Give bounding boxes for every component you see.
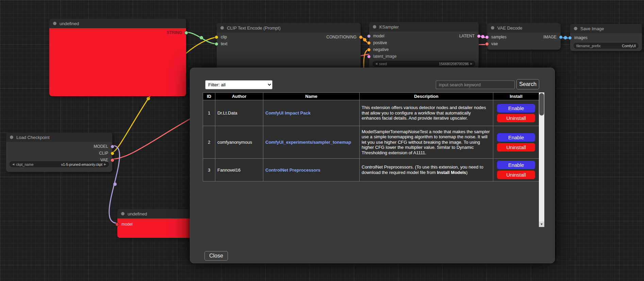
input-slot-samples[interactable] xyxy=(485,35,489,39)
output-slot-vae[interactable] xyxy=(111,158,114,162)
input-label-clip: clip xyxy=(221,35,227,39)
filter-select[interactable]: Filter: all xyxy=(205,80,273,89)
uninstall-button[interactable]: Uninstall xyxy=(497,143,535,152)
enable-button[interactable]: Enable xyxy=(497,104,535,112)
scrollbar-down-arrow-icon[interactable]: ▼ xyxy=(539,222,544,227)
wire-model-dot xyxy=(113,182,117,186)
scrollbar-thumb[interactable] xyxy=(539,93,544,116)
output-label-clip: CLIP xyxy=(99,151,108,156)
ckpt-widget-value: v1-5-pruned-emaonly.ckpt xyxy=(61,162,102,166)
collapse-dot-icon[interactable] xyxy=(373,25,376,29)
uninstall-button[interactable]: Uninstall xyxy=(497,171,535,179)
comfyui-canvas[interactable]: undefined STRING CLIP Text Encode (Promp… xyxy=(0,0,644,281)
node-header[interactable]: KSampler xyxy=(369,22,479,32)
manager-dialog: Filter: all Search ID Author Name Descri… xyxy=(190,68,555,263)
input-slot-model[interactable] xyxy=(115,223,119,226)
uninstall-button[interactable]: Uninstall xyxy=(497,114,535,122)
node-title: undefined xyxy=(60,21,79,26)
ckpt-widget-label: ckpt_name xyxy=(16,162,33,166)
output-label-model: MODEL xyxy=(94,144,108,149)
row-author: comfyanonymous xyxy=(215,126,263,159)
node-body-error: STRING xyxy=(49,28,186,96)
node-title: KSampler xyxy=(379,24,399,30)
wire-clip-dot xyxy=(147,97,150,100)
node-title: Load Checkpoint xyxy=(16,135,50,140)
input-slot-images[interactable] xyxy=(568,36,572,40)
output-slot-model[interactable] xyxy=(111,145,114,148)
header-install: Install xyxy=(493,93,539,100)
row-author: Fannovel16 xyxy=(215,159,263,181)
search-button[interactable]: Search xyxy=(516,79,539,89)
output-slot-conditioning[interactable] xyxy=(359,35,363,39)
extension-link[interactable]: ComfyUI Impact Pack xyxy=(265,110,311,116)
input-slot-model[interactable] xyxy=(367,34,371,38)
input-slot-text[interactable] xyxy=(215,42,218,46)
input-label-positive: positive xyxy=(373,40,387,45)
input-slot-positive[interactable] xyxy=(367,41,371,45)
node-header[interactable]: VAE Decode xyxy=(487,23,561,33)
input-label-model: model xyxy=(121,222,133,227)
node-header[interactable]: Save Image xyxy=(570,24,642,33)
enable-button[interactable]: Enable xyxy=(497,161,535,169)
node-header[interactable]: CLIP Text Encode (Prompt) xyxy=(217,23,361,33)
node-save-image[interactable]: Save Image images filename_prefix ComfyU… xyxy=(570,24,642,51)
seed-decrement-arrow-icon[interactable]: ◀ xyxy=(375,63,377,65)
output-slot-latent[interactable] xyxy=(477,34,481,38)
collapse-dot-icon[interactable] xyxy=(53,22,56,25)
wire-image-dot xyxy=(564,36,567,39)
node-vae-decode[interactable]: VAE Decode samples IMAGE vae xyxy=(487,23,561,50)
node-load-checkpoint[interactable]: Load Checkpoint MODEL CLIP VAE xyxy=(6,133,112,172)
output-label-conditioning: CONDITIONING xyxy=(326,35,357,39)
input-slot-latent-image[interactable] xyxy=(367,55,371,58)
node-title: Save Image xyxy=(580,26,604,31)
filename-prefix-widget[interactable]: filename_prefix ComfyUI xyxy=(574,43,639,49)
input-slot-vae[interactable] xyxy=(485,42,489,46)
input-slot-negative[interactable] xyxy=(367,48,371,52)
table-scrollbar[interactable]: ▼ xyxy=(539,92,544,227)
node-undefined-top[interactable]: undefined STRING xyxy=(49,19,186,96)
ckpt-prev-arrow-icon[interactable]: ◀ xyxy=(12,163,14,166)
collapse-dot-icon[interactable] xyxy=(491,26,494,30)
input-label-vae: vae xyxy=(491,41,498,46)
output-slot-clip[interactable] xyxy=(111,152,114,155)
row-description: ModelSamplerTonemapNoiseTest a node that… xyxy=(360,126,493,159)
seed-widget[interactable]: ◀ seed 156680208700286 ▶ xyxy=(373,61,475,67)
collapse-dot-icon[interactable] xyxy=(10,136,13,139)
enable-button[interactable]: Enable xyxy=(497,133,535,142)
header-id: ID xyxy=(203,93,215,100)
wire-string xyxy=(186,32,217,44)
input-label-negative: negative xyxy=(373,47,389,52)
node-ksampler[interactable]: KSampler model LATENT positive xyxy=(369,22,479,70)
input-label-model: model xyxy=(373,34,384,38)
seed-increment-arrow-icon[interactable]: ▶ xyxy=(470,63,473,65)
close-button[interactable]: Close xyxy=(204,251,228,261)
node-clip-text-encode[interactable]: CLIP Text Encode (Prompt) clip CONDITION… xyxy=(217,23,361,69)
wire-latent-dot xyxy=(481,35,484,38)
output-slot-image[interactable] xyxy=(559,35,563,39)
ckpt-name-widget[interactable]: ◀ ckpt_name v1-5-pruned-emaonly.ckpt ▶ xyxy=(10,161,109,167)
collapse-dot-icon[interactable] xyxy=(121,212,125,215)
collapse-dot-icon[interactable] xyxy=(220,26,224,30)
node-header[interactable]: undefined xyxy=(49,19,186,28)
wire-string-dot xyxy=(200,36,203,39)
output-slot-string[interactable] xyxy=(184,31,188,35)
table-row: 3 Fannovel16 ControlNet Preprocessors Co… xyxy=(203,159,539,181)
ckpt-next-arrow-icon[interactable]: ▶ xyxy=(104,163,106,166)
collapse-dot-icon[interactable] xyxy=(574,27,577,30)
output-label-string: STRING xyxy=(167,30,182,35)
extension-link[interactable]: ComfyUI_experiments/sampler_tonemap xyxy=(265,140,351,145)
wire-conditioning-dot xyxy=(363,38,366,41)
seed-widget-label: seed xyxy=(379,62,387,66)
extension-link[interactable]: ControlNet Preprocessors xyxy=(265,168,320,173)
node-header[interactable]: Load Checkpoint xyxy=(6,133,112,142)
input-label-images: images xyxy=(574,35,588,40)
header-author: Author xyxy=(215,93,263,100)
extensions-table: ID Author Name Description Install 1 Dr.… xyxy=(203,92,539,181)
node-title: VAE Decode xyxy=(497,25,522,31)
node-title: CLIP Text Encode (Prompt) xyxy=(227,25,281,31)
output-label-image: IMAGE xyxy=(543,35,557,39)
filename-prefix-label: filename_prefix xyxy=(576,44,600,48)
input-slot-clip[interactable] xyxy=(215,35,218,39)
search-input[interactable] xyxy=(436,81,515,89)
node-title: undefined xyxy=(128,211,147,216)
